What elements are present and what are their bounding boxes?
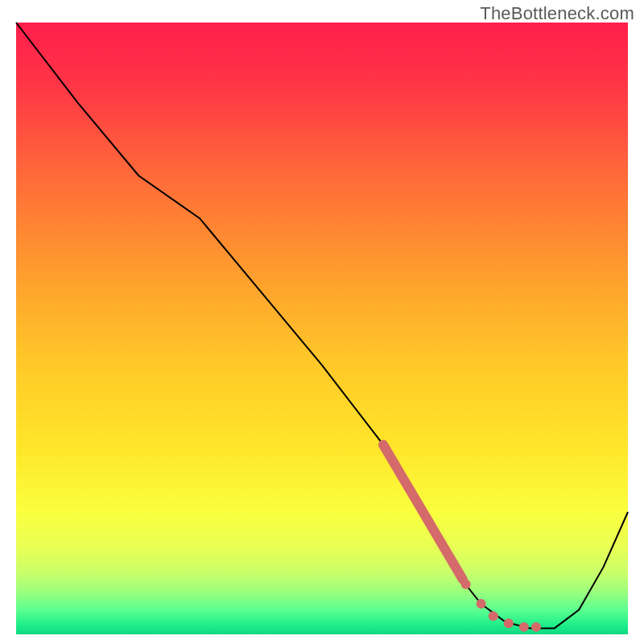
highlight-dot <box>504 618 514 628</box>
watermark-text: TheBottleneck.com <box>480 3 634 24</box>
highlight-dot <box>531 622 541 632</box>
plot-svg <box>16 23 628 634</box>
highlight-dot <box>461 580 471 589</box>
chart-container: TheBottleneck.com <box>0 0 644 644</box>
highlight-dot <box>477 599 486 609</box>
gradient-background <box>16 23 628 634</box>
highlight-dot <box>519 622 529 632</box>
highlight-dot <box>489 611 498 621</box>
